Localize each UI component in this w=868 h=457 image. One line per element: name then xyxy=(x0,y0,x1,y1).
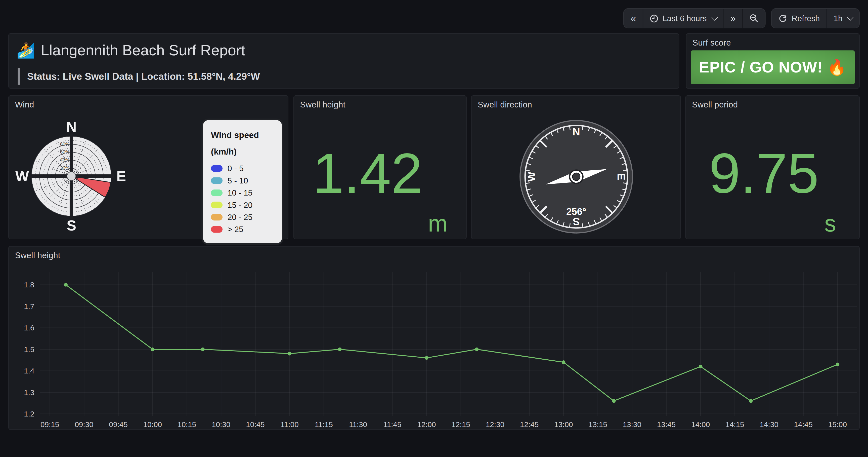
chart-point xyxy=(836,363,840,366)
surf-score-value: EPIC / GO NOW! 🔥 xyxy=(699,58,847,77)
refresh-button[interactable]: Refresh xyxy=(772,9,826,28)
swell-period-value: 9.75 xyxy=(709,145,819,202)
legend-label: > 25 xyxy=(227,225,243,234)
chevron-down-icon xyxy=(847,15,854,21)
double-chevron-right-icon: » xyxy=(731,13,736,23)
compass-hub-inner xyxy=(572,173,580,181)
double-chevron-left-icon: « xyxy=(631,13,636,23)
time-range-picker[interactable]: Last 6 hours xyxy=(643,9,723,28)
x-axis-tick-label: 11:45 xyxy=(383,420,401,429)
panel-title: Surf score xyxy=(692,38,731,47)
chart-point xyxy=(151,347,154,351)
x-axis-tick-label: 10:45 xyxy=(246,420,265,429)
refresh-label: Refresh xyxy=(792,14,820,23)
x-axis-tick-label: 10:00 xyxy=(143,420,162,429)
rose-cardinal-E: E xyxy=(117,168,126,184)
time-shift-back-button[interactable]: « xyxy=(624,9,643,28)
legend-item[interactable]: > 25 xyxy=(211,224,276,235)
x-axis-tick-label: 13:15 xyxy=(588,420,607,429)
x-axis-tick-label: 09:30 xyxy=(75,420,93,429)
panel-title: Swell direction xyxy=(478,99,532,109)
x-axis-tick-label: 12:15 xyxy=(451,420,470,429)
legend-label: 10 - 15 xyxy=(227,189,252,197)
compass-cardinal-S: S xyxy=(573,216,580,228)
x-axis-tick-label: 14:15 xyxy=(725,420,744,429)
x-axis-tick-label: 10:15 xyxy=(178,420,196,429)
chart-point xyxy=(749,399,753,403)
legend-swatch-icon xyxy=(211,177,222,184)
time-shift-forward-button[interactable]: » xyxy=(723,9,743,28)
rose-cardinal-N: N xyxy=(66,119,76,135)
legend-label: 20 - 25 xyxy=(227,213,252,222)
wind-legend-title: Wind speed (km/h) xyxy=(211,127,276,160)
panel-title: Swell period xyxy=(692,99,738,109)
y-axis-tick-label: 1.8 xyxy=(24,281,34,289)
time-range-controls: « Last 6 hours » xyxy=(624,8,766,28)
stat-value-wrap: 1.42 m xyxy=(294,96,466,239)
compass-minor-tick xyxy=(582,224,583,227)
y-axis-tick-label: 1.5 xyxy=(24,345,34,353)
legend-item[interactable]: 0 - 5 xyxy=(211,163,276,175)
legend-label: 5 - 10 xyxy=(227,176,248,185)
surf-score-panel: Surf score EPIC / GO NOW! 🔥 xyxy=(686,33,860,89)
y-axis-tick-label: 1.7 xyxy=(24,302,34,311)
compass-minor-tick xyxy=(526,183,530,183)
compass-minor-tick xyxy=(569,126,570,130)
x-axis-tick-label: 11:30 xyxy=(349,420,367,429)
compass-gauge: NESW256° xyxy=(472,96,680,239)
compass-minor-tick xyxy=(569,224,570,227)
refresh-controls: Refresh 1h xyxy=(771,8,860,28)
y-axis-tick-label: 1.2 xyxy=(24,410,34,418)
zoom-out-button[interactable] xyxy=(742,9,765,28)
chart-point xyxy=(64,283,68,287)
legend-item[interactable]: 20 - 25 xyxy=(211,211,276,224)
x-axis-tick-label: 10:30 xyxy=(212,420,230,429)
swell-height-unit: m xyxy=(428,212,447,235)
chart-point xyxy=(562,360,565,364)
refresh-interval-picker[interactable]: 1h xyxy=(827,9,859,28)
status-line: Status: Live Swell Data | Location: 51.5… xyxy=(27,71,260,82)
panel-title: Swell height xyxy=(15,250,60,260)
legend-swatch-icon xyxy=(211,165,222,172)
x-axis-tick-label: 15:00 xyxy=(828,420,847,429)
time-range-label: Last 6 hours xyxy=(662,14,707,23)
swell-direction-panel: Swell direction NESW256° xyxy=(471,95,681,239)
x-axis-tick-label: 09:45 xyxy=(109,420,127,429)
y-axis-tick-label: 1.6 xyxy=(24,324,34,332)
x-axis-tick-label: 11:00 xyxy=(281,420,299,429)
x-axis-tick-label: 12:45 xyxy=(520,420,538,429)
blockquote-bar xyxy=(18,68,20,85)
legend-swatch-icon xyxy=(211,214,222,221)
legend-label: 0 - 5 xyxy=(227,164,244,173)
x-axis-tick-label: 09:15 xyxy=(40,420,59,429)
chart-point xyxy=(338,347,342,351)
magnifier-minus-icon xyxy=(750,14,758,23)
panel-title: Wind xyxy=(15,99,34,109)
refresh-interval-label: 1h xyxy=(834,14,843,23)
compass-cardinal-N: N xyxy=(572,126,580,138)
rose-ring-label: 60% xyxy=(60,149,69,154)
swell-height-chart-panel: Swell height 1.81.71.61.51.41.31.209:150… xyxy=(8,246,860,430)
surf-score-value-box: EPIC / GO NOW! 🔥 xyxy=(691,50,855,84)
swell-height-value: 1.42 xyxy=(313,145,423,202)
compass-minor-tick xyxy=(623,170,626,171)
legend-swatch-icon xyxy=(211,202,222,208)
legend-item[interactable]: 10 - 15 xyxy=(211,187,276,199)
swell-period-unit: s xyxy=(825,212,836,235)
compass-cardinal-W: W xyxy=(526,172,537,182)
chart-point xyxy=(612,399,616,403)
rose-ring-label: 40% xyxy=(60,157,69,163)
rose-hub xyxy=(67,172,76,180)
panel-title: Swell height xyxy=(300,99,345,109)
compass-value: 256° xyxy=(566,206,586,217)
x-axis-tick-label: 14:30 xyxy=(760,420,778,429)
header-panel: 🏄 Llangennith Beach Surf Report Status: … xyxy=(8,33,679,89)
surfer-emoji-icon: 🏄 xyxy=(17,41,35,59)
chart-point xyxy=(288,352,291,355)
rose-cardinal-W: W xyxy=(16,168,29,184)
stat-value-wrap: 9.75 s xyxy=(686,96,859,239)
x-axis-tick-label: 14:00 xyxy=(691,420,710,429)
legend-item[interactable]: 5 - 10 xyxy=(211,175,276,187)
legend-item[interactable]: 15 - 20 xyxy=(211,199,276,211)
x-axis-tick-label: 13:45 xyxy=(657,420,676,429)
